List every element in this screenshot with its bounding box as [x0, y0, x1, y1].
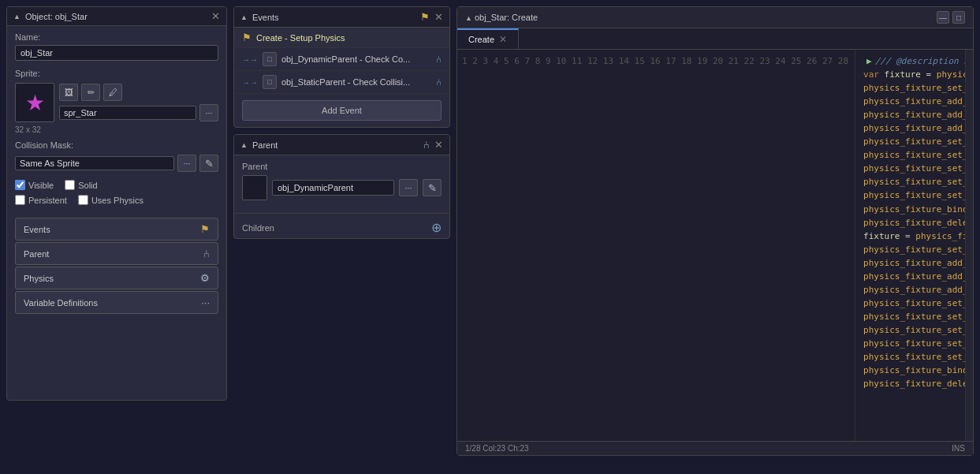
sprite-name-field[interactable]: [59, 106, 196, 120]
code-line-7: physics_fixture_add_point(fixture, sprit…: [863, 108, 957, 121]
parent-panel-title-bar: ▲ Parent ⑃ ✕: [234, 135, 449, 155]
sprite-size: 32 x 32: [7, 125, 226, 137]
share-icon: ⑃: [203, 248, 210, 259]
code-line-5: physics_fixture_set_polygon_shape(fixtur…: [863, 81, 957, 95]
name-label: Name:: [7, 29, 226, 43]
collision-mask-edit-btn[interactable]: ✎: [199, 155, 218, 172]
code-line-22: physics_fixture_set_density(fixture, 0.8…: [863, 297, 957, 310]
sprite-controls: 🖼 ✏ 🖊 ···: [59, 84, 218, 121]
children-label: Children: [242, 223, 274, 233]
events-panel: ▲ Events ⚑ ✕ ⚑ Create - Setup Physics →→…: [233, 6, 450, 128]
code-maximize-btn[interactable]: □: [952, 11, 965, 24]
object-panel-title: Object: obj_Star: [25, 12, 88, 21]
create-tab[interactable]: Create ✕: [457, 28, 519, 49]
code-line-14: physics_fixture_bind(fixture, id);: [863, 203, 957, 216]
event-item-2[interactable]: →→ □ obj_StaticParent - Check Collisi...…: [234, 71, 449, 94]
uses-physics-checkbox-label[interactable]: Uses Physics: [78, 195, 143, 205]
event-arrow-1: →→: [242, 55, 258, 64]
code-status-bar: 1/28 Col:23 Ch:23 INS: [457, 441, 973, 455]
physics-nav-btn[interactable]: Physics ⚙: [15, 267, 218, 289]
code-line-26: physics_fixture_set_friction(fixture, 0.…: [863, 350, 957, 364]
events-flag-icon: ⚑: [420, 11, 430, 23]
event-label-2: obj_StaticParent - Check Collisi...: [281, 77, 431, 87]
persistent-checkbox[interactable]: [15, 195, 25, 205]
event-chain-icon-1: ⑃: [436, 54, 442, 65]
line-indicator: ▶: [863, 56, 875, 66]
events-nav-label: Events: [24, 225, 50, 234]
collision-section: Collision Mask: ··· ✎: [7, 137, 226, 175]
code-line-27: physics_fixture_bind(fixture, id);: [863, 364, 957, 377]
parent-panel: ▲ Parent ⑃ ✕ Parent ··· ✎ Children ⊕: [233, 134, 450, 239]
parent-thumbnail: [242, 175, 267, 200]
events-title-right: ⚑ ✕: [420, 11, 443, 23]
nav-buttons: Events ⚑ Parent ⑃ Physics ⚙ Variable Def…: [7, 213, 226, 319]
sprite-add-icon[interactable]: 🖼: [59, 84, 78, 101]
solid-checkbox-label[interactable]: Solid: [65, 180, 97, 190]
line-numbers: 1 2 3 4 5 6 7 8 9 10 11 12 13 14 15 16 1…: [457, 50, 855, 441]
code-line-1: ▶/// @description Setup_Physics: [863, 54, 957, 68]
code-scrollbar[interactable]: [965, 50, 973, 441]
code-line-11: physics_fixture_set_linear_damping(fixtu…: [863, 162, 957, 175]
parent-panel-close[interactable]: ✕: [434, 140, 443, 150]
code-line-12: physics_fixture_set_angular_damping(fixt…: [863, 175, 957, 188]
events-nav-btn[interactable]: Events ⚑: [15, 218, 218, 241]
code-line-19: physics_fixture_add_point(fixture, 0, sp…: [863, 256, 957, 270]
star-icon: ★: [25, 90, 45, 116]
visible-checkbox[interactable]: [15, 180, 25, 190]
middle-column: ▲ Events ⚑ ✕ ⚑ Create - Setup Physics →→…: [233, 6, 450, 239]
status-position: 1/28 Col:23 Ch:23: [465, 444, 529, 453]
triangle-icon: ▲: [13, 13, 20, 21]
sprite-more-btn[interactable]: ···: [199, 104, 218, 121]
add-event-btn[interactable]: Add Event: [242, 100, 442, 121]
create-event-item[interactable]: ⚑ Create - Setup Physics: [234, 28, 449, 48]
sprite-pencil-icon[interactable]: 🖊: [103, 84, 122, 101]
parent-panel-title: Parent: [252, 140, 278, 150]
persistent-checkbox-label[interactable]: Persistent: [15, 195, 67, 205]
code-line-9: physics_fixture_set_density(fixture, 0.8…: [863, 135, 957, 148]
checkboxes-row2: Persistent Uses Physics: [7, 195, 226, 210]
object-title-left: ▲ Object: obj_Star: [13, 12, 88, 21]
code-line-18: physics_fixture_set_polygon_shape(fixtur…: [863, 243, 957, 256]
name-input[interactable]: [15, 45, 218, 61]
collision-mask-more-btn[interactable]: ···: [177, 155, 196, 172]
events-panel-close[interactable]: ✕: [434, 12, 443, 22]
object-panel: ▲ Object: obj_Star ✕ Name: Sprite: ★ 🖼 ✏…: [6, 6, 227, 401]
variable-definitions-nav-btn[interactable]: Variable Definitions ···: [15, 291, 218, 314]
solid-checkbox[interactable]: [65, 180, 75, 190]
parent-title-right: ⑃ ✕: [423, 139, 443, 151]
gear-icon: ⚙: [200, 272, 210, 284]
code-win-btns: — □: [937, 11, 965, 24]
events-title-left: ▲ Events: [240, 13, 279, 22]
code-line-4: var fixture = physics_fixture_create();: [863, 68, 957, 81]
code-triangle-icon: ▲: [465, 14, 472, 22]
events-panel-title-bar: ▲ Events ⚑ ✕: [234, 7, 449, 28]
children-header: Children ⊕: [234, 213, 449, 238]
add-child-btn[interactable]: ⊕: [431, 220, 442, 235]
parent-title-left: ▲ Parent: [240, 140, 278, 150]
parent-nav-btn[interactable]: Parent ⑃: [15, 242, 218, 265]
collision-mask-input[interactable]: [15, 156, 174, 170]
code-line-17: fixture = physics_fixture_create();: [863, 230, 957, 243]
parent-name-field[interactable]: [272, 180, 394, 196]
code-line-24: physics_fixture_set_linear_damping(fixtu…: [863, 323, 957, 337]
dots-icon: ···: [201, 297, 210, 308]
event-item-1[interactable]: →→ □ obj_DynamicParent - Check Co... ⑃: [234, 48, 449, 71]
code-line-8: physics_fixture_add_point(fixture, -(spr…: [863, 121, 957, 135]
code-minimize-btn[interactable]: —: [937, 11, 949, 24]
uses-physics-checkbox[interactable]: [78, 195, 88, 205]
code-title-left: ▲ obj_Star: Create: [465, 13, 538, 22]
visible-checkbox-label[interactable]: Visible: [15, 180, 54, 190]
create-tab-close[interactable]: ✕: [499, 34, 507, 45]
object-panel-close[interactable]: ✕: [211, 11, 220, 21]
parent-more-btn[interactable]: ···: [399, 179, 418, 196]
create-event-label: Create - Setup Physics: [256, 33, 345, 43]
code-panel-title: obj_Star: Create: [475, 13, 538, 22]
code-line-15: physics_fixture_delete(fixture);: [863, 216, 957, 230]
parent-edit-btn[interactable]: ✎: [423, 179, 442, 196]
collision-mask-label: Collision Mask:: [15, 140, 218, 152]
events-panel-title: Events: [252, 13, 279, 22]
sprite-edit-icon[interactable]: ✏: [81, 84, 100, 101]
code-content[interactable]: ▶/// @description Setup_Physicsvar fixtu…: [855, 50, 965, 441]
sprite-label: Sprite:: [7, 65, 226, 80]
sprite-row: ★ 🖼 ✏ 🖊 ···: [7, 80, 226, 125]
